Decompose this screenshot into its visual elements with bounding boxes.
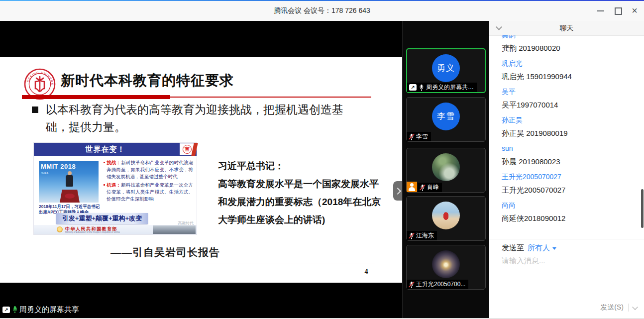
tile-label: 周勇义的屏幕共… xyxy=(407,83,477,92)
mic-on-icon xyxy=(12,306,17,313)
presentation-slide: PEKING UNIVERSITY 1898 新时代本科教育的特征要求 以本科教… xyxy=(0,57,402,283)
video-tile[interactable]: 李雪 李雪 xyxy=(406,97,486,142)
maximize-icon[interactable] xyxy=(609,0,626,21)
mic-on-icon xyxy=(419,84,424,91)
video-tile[interactable]: 江海东 xyxy=(406,196,486,241)
attribution-text: ——引自吴岩司长报告 xyxy=(110,245,220,259)
slide-title-divider xyxy=(22,95,371,99)
chat-username: 龚韵 xyxy=(502,35,636,39)
ministry-name-en: Ministry of Education of the People's Re… xyxy=(65,231,119,233)
slide-footer-line xyxy=(3,263,375,263)
mic-muted-icon xyxy=(409,281,414,288)
window-title: 腾讯会议 会议号：178 726 643 xyxy=(0,0,644,21)
chat-username: 尚尚 xyxy=(502,201,636,210)
slide-title: 新时代本科教育的特征要求 xyxy=(61,71,234,90)
chat-header: 聊天 xyxy=(489,21,644,36)
video-panel-collapse-handle[interactable] xyxy=(393,181,403,201)
avatar: 勇义 xyxy=(432,54,460,82)
shared-screen-area: PEKING UNIVERSITY 1898 新时代本科教育的特征要求 以本科教… xyxy=(0,21,402,319)
chat-message: 王升光2005070027 xyxy=(502,185,636,195)
chat-message: 吴平1997070014 xyxy=(502,100,636,110)
chevron-right-icon xyxy=(394,188,401,195)
send-row: 发送(S) xyxy=(600,303,637,312)
chat-message: 孙正昊 2019080019 xyxy=(502,128,636,138)
video-tile[interactable]: 王升光20050700... xyxy=(406,245,486,290)
challenge-point: 挑战：新科技革命和产业变革的时代浪潮奔腾而至，如果我们不应变、不求变，将错失发展… xyxy=(104,159,193,180)
send-to-row: 发送至 所有人 xyxy=(502,243,556,253)
avatar-photo xyxy=(432,250,460,278)
photo-banner-subtext: JNEA xyxy=(41,172,48,175)
national-emblem-icon xyxy=(57,226,63,232)
share-bar-label: 周勇义的屏幕共享 xyxy=(19,305,79,315)
chat-message-list[interactable]: 龚韵 龚韵 2019080020 巩启光 巩启光 15901990944 吴平 … xyxy=(489,35,644,239)
video-tile-sharer[interactable]: 勇义 周勇义的屏幕共… xyxy=(406,48,486,93)
video-tile[interactable]: 肖峰 xyxy=(406,148,486,193)
chat-message: 尚延侠2018090012 xyxy=(502,213,636,223)
watermark-text: 高教时代 xyxy=(178,220,194,226)
close-icon[interactable]: × xyxy=(626,0,643,21)
person-badge-icon xyxy=(407,182,417,192)
titlebar: 腾讯会议 会议号：178 726 643 × xyxy=(0,0,644,21)
send-separator xyxy=(628,304,629,312)
mic-muted-icon xyxy=(409,232,414,239)
embed-banner: 引发+重塑+颠覆+重构+改变 xyxy=(56,213,148,224)
quote-intro: 习近平总书记： xyxy=(218,161,284,171)
minimize-icon[interactable] xyxy=(592,0,609,21)
slide-bullet-text: 以本科教育为代表的高等教育为迎接挑战，把握机遇创造基础，提供力量。 xyxy=(46,101,352,136)
video-panel: 勇义 周勇义的屏幕共… 李雪 李雪 肖峰 xyxy=(402,21,489,319)
embedded-slide-image: 世界在变！ 宣 MMIT 2018 JNEA 2018年11月17日，习近平总书… xyxy=(34,143,197,234)
send-button[interactable]: 发送(S) xyxy=(600,303,624,312)
avatar-photo xyxy=(432,153,460,181)
tile-label: 李雪 xyxy=(407,132,431,141)
chat-scrollbar[interactable] xyxy=(641,189,644,228)
red-seal-icon: 宣 xyxy=(180,143,195,155)
quote-block: 习近平总书记： 高等教育发展水平是一个国家发展水平和发展潜力的重要标志（2018… xyxy=(218,157,385,229)
embed-points: 挑战：新科技革命和产业变革的时代浪潮奔腾而至，如果我们不应变、不求变，将错失发展… xyxy=(104,159,193,204)
send-options-chevron-icon[interactable] xyxy=(632,304,638,310)
window-controls: × xyxy=(592,0,643,21)
screen-share-icon xyxy=(409,84,417,91)
chat-username: 巩启光 xyxy=(502,59,636,68)
chat-title: 聊天 xyxy=(489,21,644,35)
chat-message: 龚韵 2019080020 xyxy=(502,43,636,53)
mic-muted-icon xyxy=(420,184,425,191)
chat-divider xyxy=(489,239,644,239)
embed-footer: 中华人民共和国教育部 Ministry of Education of the … xyxy=(34,225,197,234)
quote-body: 高等教育发展水平是一个国家发展水平和发展潜力的重要标志（2018年在北京大学师生… xyxy=(218,179,381,225)
photo-banner-text: MMIT 2018 xyxy=(41,163,76,170)
meeting-window: 腾讯会议 会议号：178 726 643 × PEKING UNIVERSITY… xyxy=(0,0,644,319)
chat-panel: 聊天 龚韵 龚韵 2019080020 巩启光 巩启光 15901990944 … xyxy=(489,21,644,319)
send-to-selector[interactable]: 所有人 xyxy=(528,243,550,253)
podium xyxy=(60,190,80,203)
chat-username: 王升光2005070027 xyxy=(502,173,636,181)
tile-label: 江海东 xyxy=(407,231,437,240)
embed-header: 世界在变！ 宣 xyxy=(34,143,197,156)
embed-header-title: 世界在变！ xyxy=(34,143,177,156)
send-to-label: 发送至 xyxy=(502,243,524,253)
mic-muted-icon xyxy=(409,133,414,140)
chat-message: 孙晨 2019080023 xyxy=(502,157,636,167)
chat-message: 巩启光 15901990944 xyxy=(502,72,636,82)
message-input[interactable]: 请输入消息... xyxy=(502,256,634,266)
avatar-photo xyxy=(432,202,460,229)
chat-username: sun xyxy=(502,144,636,153)
bullet-marker xyxy=(32,106,38,113)
caret-down-icon[interactable] xyxy=(552,247,556,250)
tile-label: 王升光20050700... xyxy=(407,280,468,289)
summit-photo: MMIT 2018 JNEA xyxy=(39,161,99,203)
chat-username: 吴平 xyxy=(502,88,636,96)
speaker-figure xyxy=(66,175,73,187)
avatar: 李雪 xyxy=(432,103,460,130)
chat-username: 孙正昊 xyxy=(502,116,636,124)
slide-page-number: 4 xyxy=(361,268,371,276)
building-photo xyxy=(153,225,196,234)
tile-label: 肖峰 xyxy=(418,183,442,192)
opportunity-point: 机遇：新科技革命和产业变革是一次全方位变革，将对人类生产模式、生活方式、价值理念… xyxy=(104,182,193,203)
screen-share-icon xyxy=(2,307,10,313)
